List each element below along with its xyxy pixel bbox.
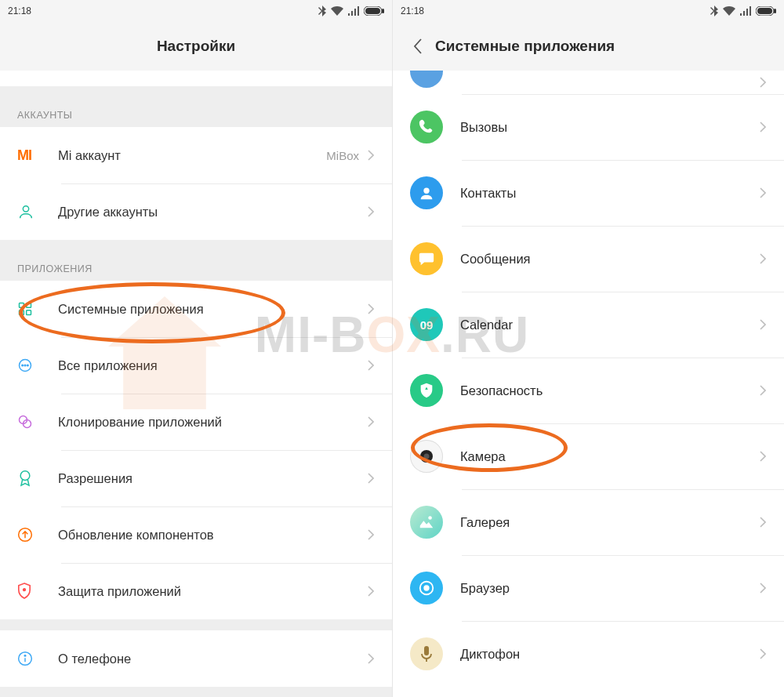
app-label: Камера [454, 449, 756, 464]
chevron-right-icon [756, 385, 770, 396]
chevron-right-icon [756, 122, 770, 133]
browser-icon [410, 572, 443, 604]
app-label: Calendar [454, 318, 756, 332]
row-app-protect[interactable]: Защита приложений [0, 563, 392, 619]
app-bar: Системные приложения [393, 22, 784, 71]
chevron-right-icon [756, 319, 770, 330]
status-time: 21:18 [8, 5, 31, 16]
clone-icon [17, 414, 52, 430]
svg-point-14 [20, 471, 30, 481]
app-label: Сообщения [454, 252, 756, 267]
chevron-right-icon [364, 586, 378, 597]
section-header-accounts: АККАУНТЫ [0, 97, 392, 127]
row-system-apps[interactable]: Системные приложения [0, 281, 392, 337]
row-app-calendar[interactable]: 09 Calendar [393, 292, 784, 358]
grid-icon [17, 301, 52, 317]
row-clone-apps[interactable]: Клонирование приложений [0, 394, 392, 450]
svg-point-3 [23, 206, 28, 212]
app-bar: Настройки [0, 22, 392, 71]
row-other-accounts[interactable]: Другие аккаунты [0, 183, 392, 240]
battery-icon [756, 6, 776, 16]
row-app-calls[interactable]: Вызовы [393, 94, 784, 160]
chevron-right-icon [756, 517, 770, 528]
page-title: Системные приложения [435, 38, 615, 55]
app-label: Вызовы [454, 120, 756, 135]
svg-rect-1 [365, 8, 380, 14]
chevron-right-icon [756, 77, 770, 88]
screen-system-apps: 21:18 Системные приложения [392, 0, 784, 697]
row-label: Другие аккаунты [52, 205, 364, 220]
chevron-right-icon [364, 529, 378, 540]
row-label: Все приложения [52, 358, 364, 373]
status-bar: 21:18 [393, 0, 784, 22]
svg-point-10 [24, 365, 26, 366]
svg-rect-5 [27, 303, 31, 308]
row-label: Mi аккаунт [52, 148, 326, 163]
row-app-browser[interactable]: Браузер [393, 555, 784, 621]
security-icon [410, 374, 443, 407]
user-icon [17, 203, 52, 220]
svg-point-26 [428, 516, 432, 520]
svg-rect-22 [774, 9, 776, 13]
chevron-right-icon [756, 451, 770, 462]
row-app-messages[interactable]: Сообщения [393, 226, 784, 292]
row-app-camera[interactable]: Камера [393, 423, 784, 489]
bluetooth-icon [710, 5, 718, 16]
settings-list[interactable]: АККАУНТЫ MI Mi аккаунт MiBox Другие акка… [0, 71, 392, 697]
camera-icon [410, 440, 443, 473]
svg-rect-6 [20, 310, 24, 315]
row-label: Разрешения [52, 471, 364, 486]
status-bar: 21:18 [0, 0, 392, 22]
screen-settings: 21:18 Настройки АККАУНТЫ MI Mi аккаунт M… [0, 0, 392, 697]
page-title: Настройки [157, 38, 235, 55]
chevron-right-icon [364, 303, 378, 314]
row-app-recorder[interactable]: Диктофон [393, 621, 784, 687]
wifi-icon [331, 6, 343, 16]
upload-icon [17, 527, 52, 543]
svg-point-9 [22, 365, 24, 366]
row-app-gallery[interactable]: Галерея [393, 489, 784, 555]
status-time: 21:18 [401, 5, 424, 16]
status-icons [318, 5, 384, 16]
row-label: Системные приложения [52, 302, 364, 317]
chevron-right-icon [756, 583, 770, 594]
chevron-right-icon [364, 206, 378, 217]
phone-icon [410, 111, 443, 143]
app-label: Безопасность [454, 383, 756, 398]
row-value: MiBox [326, 149, 359, 162]
gallery-icon [410, 506, 443, 539]
svg-point-23 [423, 188, 429, 194]
prev-group-tail [0, 71, 392, 86]
row-component-update[interactable]: Обновление компонентов [0, 506, 392, 563]
chevron-right-icon [364, 360, 378, 371]
chevron-right-icon [364, 150, 378, 161]
battery-icon [364, 6, 384, 16]
signal-icon [348, 6, 359, 16]
row-all-apps[interactable]: Все приложения [0, 337, 392, 394]
row-app-partial[interactable] [393, 71, 784, 94]
row-mi-account[interactable]: MI Mi аккаунт MiBox [0, 127, 392, 183]
row-label: Защита приложений [52, 584, 364, 599]
chevron-left-icon [413, 38, 422, 54]
chevron-right-icon [364, 473, 378, 484]
svg-rect-7 [27, 310, 31, 315]
back-button[interactable] [407, 38, 427, 54]
system-apps-list[interactable]: Вызовы Контакты Сообщения 09 Calendar [393, 71, 784, 697]
row-app-security[interactable]: Безопасность [393, 358, 784, 423]
app-label: Контакты [454, 186, 756, 201]
svg-point-11 [27, 365, 29, 366]
section-header-apps: ПРИЛОЖЕНИЯ [0, 251, 392, 281]
app-label: Браузер [454, 581, 756, 596]
badge-icon [17, 470, 52, 487]
row-label: Клонирование приложений [52, 415, 364, 430]
mi-logo-icon: MI [17, 147, 31, 164]
svg-point-28 [423, 585, 429, 590]
shield-icon [17, 583, 52, 600]
svg-point-25 [424, 454, 430, 459]
svg-rect-21 [757, 8, 772, 14]
row-app-contacts[interactable]: Контакты [393, 160, 784, 226]
svg-rect-4 [20, 303, 24, 308]
chevron-right-icon [364, 653, 378, 664]
row-permissions[interactable]: Разрешения [0, 450, 392, 506]
row-about-phone[interactable]: О телефоне [0, 630, 392, 687]
